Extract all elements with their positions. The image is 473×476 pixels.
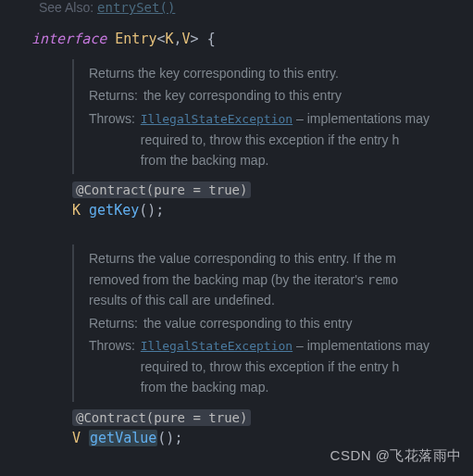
- open-brace: {: [207, 31, 216, 47]
- semicolon: ;: [156, 202, 164, 219]
- exception-link[interactable]: IllegalStateException: [141, 112, 293, 126]
- spacer: [20, 219, 473, 237]
- throws-text: – implementations may: [293, 338, 429, 353]
- parens: (): [139, 202, 156, 219]
- throws-text: from the backing map.: [141, 380, 269, 395]
- doc-summary: Returns the value corresponding to this …: [89, 248, 473, 269]
- throws-text: from the backing map.: [141, 153, 269, 168]
- annotation-line: @Contract(pure = true): [72, 409, 473, 426]
- doc-returns: Returns: the key corresponding to this e…: [89, 85, 473, 106]
- interface-declaration: interface Entry<K,V> {: [20, 26, 473, 52]
- doc-throws: Throws: IllegalStateException – implemen…: [89, 335, 473, 398]
- throws-text: required to, throw this exception if the…: [141, 132, 399, 147]
- doc-throws: Throws: IllegalStateException – implemen…: [89, 108, 473, 171]
- code-editor: See Also: entrySet() interface Entry<K,V…: [0, 0, 473, 446]
- return-type: K: [72, 202, 81, 219]
- javadoc-getkey: Returns the key corresponding to this en…: [72, 59, 473, 174]
- throws-text: – implementations may: [293, 111, 429, 126]
- javadoc-getvalue: Returns the value corresponding to this …: [72, 244, 473, 401]
- throws-label: Throws:: [89, 335, 135, 356]
- comma: ,: [174, 31, 182, 47]
- throws-label: Throws:: [89, 108, 135, 129]
- type-entry: Entry: [115, 31, 156, 47]
- type-param-v: V: [182, 31, 191, 47]
- contract-annotation: @Contract(pure = true): [72, 182, 251, 198]
- generic-close: >: [191, 31, 199, 47]
- see-also-link[interactable]: entrySet(): [97, 0, 175, 15]
- parens: (): [157, 430, 174, 446]
- returns-label: Returns:: [89, 85, 138, 106]
- watermark: CSDN @飞花落雨中: [330, 447, 462, 465]
- see-also-label: See Also:: [39, 0, 93, 15]
- returns-text: the key corresponding to this entry: [143, 85, 473, 106]
- annotation-line: @Contract(pure = true): [72, 182, 473, 198]
- method-name[interactable]: getValue: [89, 430, 157, 446]
- throws-value: IllegalStateException – implementations …: [141, 108, 473, 171]
- exception-link[interactable]: IllegalStateException: [141, 339, 293, 353]
- throws-text: required to, throw this exception if the…: [141, 359, 399, 374]
- doc-summary: removed from the backing map (by the ite…: [89, 269, 473, 290]
- generic-open: <: [156, 31, 165, 47]
- doc-summary: Returns the key corresponding to this en…: [89, 63, 473, 83]
- returns-text: the value corresponding to this entry: [143, 313, 473, 333]
- contract-annotation: @Contract(pure = true): [72, 409, 251, 426]
- keyword-interface: interface: [31, 31, 106, 47]
- doc-summary: results of this call are undefined.: [89, 290, 473, 310]
- method-getkey: K getKey();: [72, 202, 473, 219]
- type-param-k: K: [166, 31, 174, 47]
- return-type: V: [72, 430, 81, 446]
- doc-text: removed from the backing map (by the ite…: [89, 272, 367, 287]
- method-name[interactable]: getKey: [89, 202, 139, 219]
- see-also-line: See Also: entrySet(): [20, 0, 473, 22]
- method-getvalue: V getValue();: [72, 430, 473, 446]
- returns-label: Returns:: [89, 313, 138, 333]
- semicolon: ;: [174, 430, 182, 446]
- inline-code: remo: [367, 272, 399, 287]
- throws-value: IllegalStateException – implementations …: [141, 335, 473, 398]
- doc-returns: Returns: the value corresponding to this…: [89, 313, 473, 333]
